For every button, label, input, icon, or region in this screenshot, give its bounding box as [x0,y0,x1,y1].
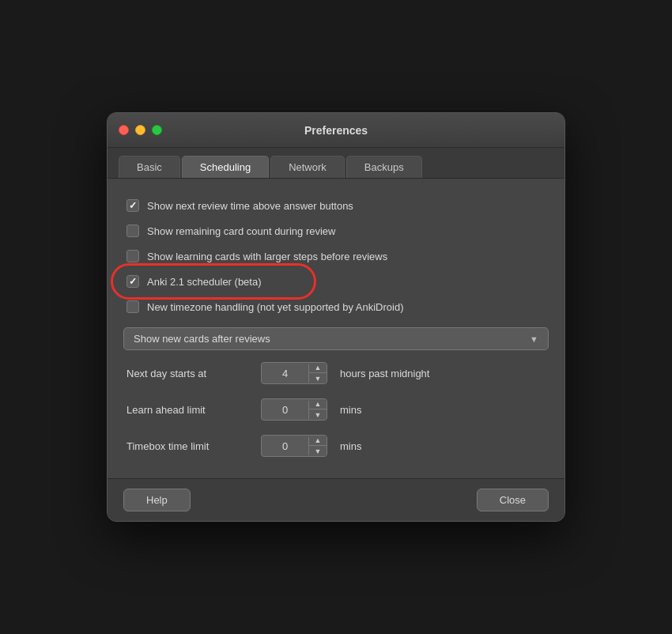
spinner-down-timebox[interactable]: ▼ [309,446,327,456]
help-button[interactable]: Help [123,489,191,511]
tab-scheduling[interactable]: Scheduling [182,156,269,178]
field-unit-timebox: mins [340,440,361,452]
checkbox-label-show-remaining: Show remaining card count during review [147,225,335,237]
field-label-timebox: Timebox time limit [126,440,253,452]
spinner-buttons-learn-ahead: ▲ ▼ [309,399,327,420]
spinner-value-learn-ahead: 0 [262,401,309,419]
tab-network[interactable]: Network [270,156,345,178]
footer: Help Close [108,478,564,521]
minimize-window-button[interactable] [135,125,145,135]
checkbox-row-show-next-review: Show next review time above answer butto… [123,193,549,218]
tab-backups[interactable]: Backups [346,156,422,178]
traffic-lights [119,125,162,135]
field-row-next-day: Next day starts at 4 ▲ ▼ hours past midn… [123,355,549,391]
checkbox-row-show-learning: Show learning cards with larger steps be… [123,243,549,269]
spinner-buttons-next-day: ▲ ▼ [309,363,327,383]
checkbox-label-show-learning: Show learning cards with larger steps be… [147,251,387,262]
spinner-value-timebox: 0 [262,437,309,455]
dropdown-label: Show new cards after reviews [134,333,270,345]
spinner-up-next-day[interactable]: ▲ [309,363,327,373]
checkbox-label-show-next-review: Show next review time above answer butto… [147,200,353,212]
window-title: Preferences [304,124,368,137]
checkbox-show-next-review[interactable] [126,199,139,212]
field-row-timebox: Timebox time limit 0 ▲ ▼ mins [123,428,549,464]
checkbox-show-learning[interactable] [126,250,139,262]
field-unit-next-day: hours past midnight [340,368,429,379]
checkbox-show-remaining[interactable] [126,225,139,237]
spinner-buttons-timebox: ▲ ▼ [309,436,327,456]
checkbox-label-anki-scheduler: Anki 2.1 scheduler (beta) [147,276,262,288]
checkbox-label-new-timezone: New timezone handling (not yet supported… [147,301,403,313]
spinner-next-day: 4 ▲ ▼ [261,362,327,384]
spinner-timebox: 0 ▲ ▼ [261,435,327,457]
field-row-learn-ahead: Learn ahead limit 0 ▲ ▼ mins [123,391,549,428]
checkbox-row-show-remaining: Show remaining card count during review [123,218,549,243]
close-window-button[interactable] [119,125,129,135]
preferences-window: Preferences Basic Scheduling Network Bac… [107,112,565,522]
spinner-up-learn-ahead[interactable]: ▲ [309,399,327,409]
checkbox-row-new-timezone: New timezone handling (not yet supported… [123,294,549,319]
field-label-learn-ahead: Learn ahead limit [126,404,253,416]
spinner-learn-ahead: 0 ▲ ▼ [261,398,327,421]
close-button[interactable]: Close [477,489,549,511]
checkbox-row-anki-scheduler: Anki 2.1 scheduler (beta) [123,269,549,294]
spinner-value-next-day: 4 [262,364,309,383]
tab-basic[interactable]: Basic [119,156,180,178]
field-label-next-day: Next day starts at [126,368,253,379]
chevron-down-icon: ▼ [530,334,538,344]
tab-bar: Basic Scheduling Network Backups [108,148,564,179]
dropdown-row: Show new cards after reviews ▼ [123,327,549,350]
checkbox-new-timezone[interactable] [126,300,139,313]
content-area: Show next review time above answer butto… [108,179,564,478]
spinner-up-timebox[interactable]: ▲ [309,436,327,446]
spinner-down-learn-ahead[interactable]: ▼ [309,409,327,420]
spinner-down-next-day[interactable]: ▼ [309,373,327,383]
show-new-cards-dropdown[interactable]: Show new cards after reviews ▼ [123,327,549,350]
maximize-window-button[interactable] [152,125,162,135]
checkbox-anki-scheduler[interactable] [126,275,139,288]
title-bar: Preferences [108,113,564,148]
field-unit-learn-ahead: mins [340,404,361,416]
